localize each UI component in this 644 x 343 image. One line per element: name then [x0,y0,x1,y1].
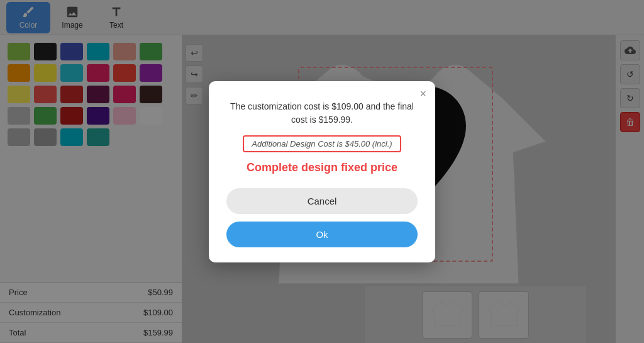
cancel-button[interactable]: Cancel [226,188,418,214]
modal-overlay[interactable]: × The customization cost is $109.00 and … [0,0,644,343]
modal-dialog: × The customization cost is $109.00 and … [209,81,435,262]
fixed-price-text: Complete design fixed price [226,161,418,174]
design-cost-badge: Additional Design Cost is $45.00 (incl.) [243,135,401,152]
ok-button[interactable]: Ok [226,222,418,247]
modal-close-button[interactable]: × [419,87,426,101]
cost-text: The customization cost is $109.00 and th… [226,100,418,127]
